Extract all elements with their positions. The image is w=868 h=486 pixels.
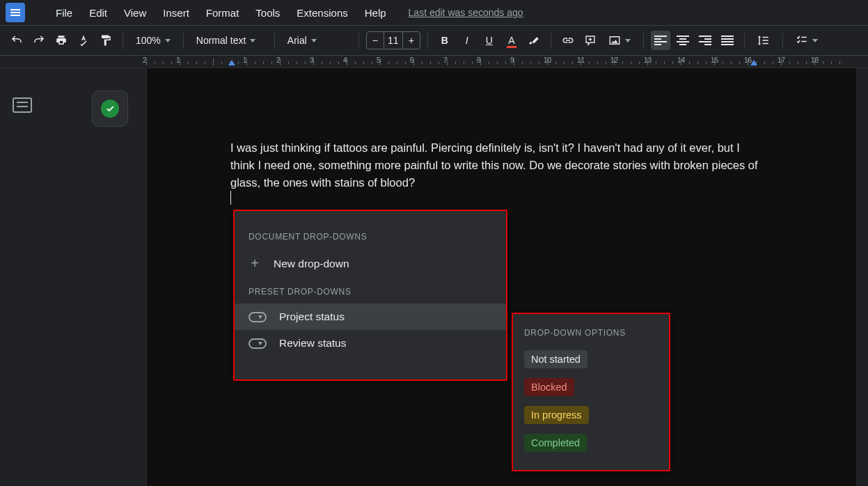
document-dropdowns-label: Document drop-downs xyxy=(235,224,506,249)
text-color-indicator xyxy=(507,46,516,48)
option-blocked[interactable]: Blocked xyxy=(524,378,574,396)
menu-view[interactable]: View xyxy=(117,3,153,23)
dropdown-chip-icon xyxy=(248,312,267,322)
bold-button[interactable]: B xyxy=(435,31,455,50)
preset-label: Review status xyxy=(279,337,346,350)
paragraph-style-select[interactable]: Normal text xyxy=(191,31,267,50)
align-center-button[interactable] xyxy=(673,31,693,50)
caret-down-icon xyxy=(311,39,317,42)
preset-dropdowns-label: Preset drop-downs xyxy=(235,279,506,304)
text-color-button[interactable]: A xyxy=(502,31,521,50)
redo-button[interactable] xyxy=(29,31,49,50)
left-indent-marker[interactable] xyxy=(228,60,235,65)
insert-link-button[interactable] xyxy=(558,31,578,50)
align-left-button[interactable] xyxy=(651,31,670,50)
zoom-select[interactable]: 100% xyxy=(130,31,176,50)
highlight-button[interactable] xyxy=(524,31,544,50)
menu-file[interactable]: File xyxy=(49,3,79,23)
dropdown-insert-panel: Document drop-downs + New drop-down Pres… xyxy=(233,210,507,381)
font-size-increase[interactable]: + xyxy=(403,35,420,46)
right-indent-marker[interactable] xyxy=(750,60,757,65)
undo-button[interactable] xyxy=(7,31,26,50)
new-dropdown-label: New drop-down xyxy=(274,258,349,270)
gutter xyxy=(45,68,146,486)
font-size-control: − 11 + xyxy=(366,31,420,49)
preset-label: Project status xyxy=(279,311,345,323)
zoom-value: 100% xyxy=(136,35,161,46)
dropdown-options-panel: Drop-down options Not started Blocked In… xyxy=(512,313,670,471)
menu-bar: File Edit View Insert Format Tools Exten… xyxy=(0,0,868,25)
dropdown-chip-icon xyxy=(248,338,267,349)
paragraph-style-value: Normal text xyxy=(196,35,246,46)
font-size-decrease[interactable]: − xyxy=(367,35,384,46)
print-button[interactable] xyxy=(52,31,71,50)
spellcheck-button[interactable] xyxy=(74,31,93,50)
insert-image-button[interactable] xyxy=(603,31,636,50)
preset-review-status[interactable]: Review status xyxy=(235,330,506,356)
font-select[interactable]: Arial xyxy=(282,31,352,50)
left-rail xyxy=(0,68,45,486)
menu-extensions[interactable]: Extensions xyxy=(290,3,354,23)
preset-project-status[interactable]: Project status xyxy=(235,304,506,330)
document-body-text[interactable]: I was just thinking if tattoos are painf… xyxy=(230,139,759,191)
align-right-button[interactable] xyxy=(695,31,715,50)
option-not-started[interactable]: Not started xyxy=(524,350,587,368)
paint-format-button[interactable] xyxy=(96,31,116,50)
menu-tools[interactable]: Tools xyxy=(248,3,287,23)
option-in-progress[interactable]: In progress xyxy=(524,406,589,424)
checklist-button[interactable] xyxy=(790,31,823,50)
check-icon xyxy=(101,100,119,118)
menu-edit[interactable]: Edit xyxy=(82,3,114,23)
font-value: Arial xyxy=(287,35,307,46)
menu-insert[interactable]: Insert xyxy=(156,3,196,23)
caret-down-icon xyxy=(250,39,255,42)
docs-app-icon[interactable] xyxy=(6,3,25,22)
dropdown-options-label: Drop-down options xyxy=(524,328,658,338)
caret-down-icon xyxy=(625,39,631,42)
menu-help[interactable]: Help xyxy=(358,3,393,23)
underline-button[interactable]: U xyxy=(480,31,499,50)
new-dropdown-item[interactable]: + New drop-down xyxy=(235,249,506,279)
text-cursor xyxy=(230,191,231,205)
line-spacing-button[interactable] xyxy=(752,31,775,50)
option-completed[interactable]: Completed xyxy=(524,434,587,452)
last-edit-link[interactable]: Last edit was seconds ago xyxy=(409,7,523,18)
font-size-value[interactable]: 11 xyxy=(384,32,403,49)
document-outline-icon[interactable] xyxy=(13,97,32,113)
align-justify-button[interactable] xyxy=(718,31,737,50)
caret-down-icon xyxy=(812,39,818,42)
horizontal-ruler[interactable]: 21123456789101112131415161718 xyxy=(0,56,868,68)
toolbar: 100% Normal text Arial − 11 + B I U A xyxy=(0,25,868,56)
suggestion-check-bubble[interactable] xyxy=(92,91,128,127)
caret-down-icon xyxy=(165,39,171,42)
menu-format[interactable]: Format xyxy=(199,3,246,23)
plus-icon: + xyxy=(248,256,261,272)
italic-button[interactable]: I xyxy=(457,31,477,50)
add-comment-button[interactable] xyxy=(581,31,600,50)
